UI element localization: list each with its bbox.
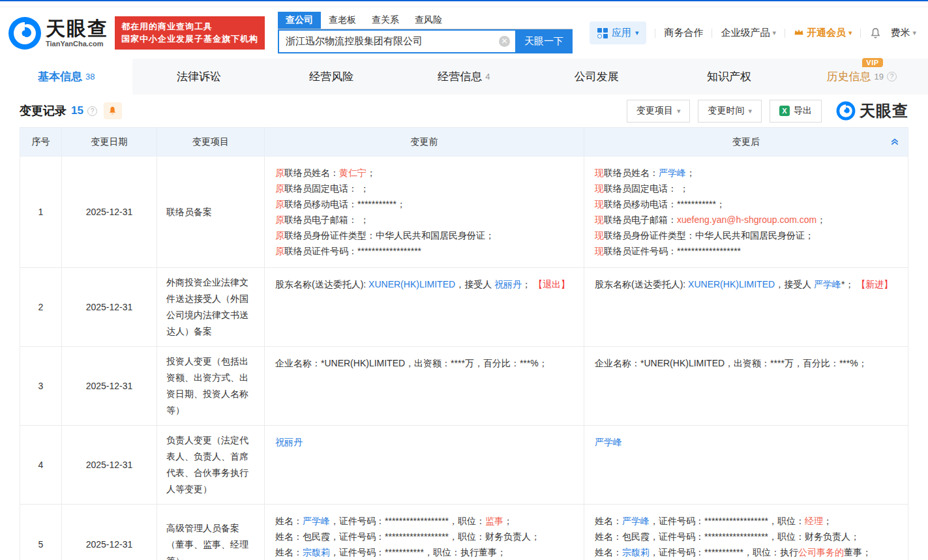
help-icon[interactable]: ? (887, 72, 897, 81)
search-tab-0[interactable]: 查公司 (278, 12, 321, 29)
filter-change-time-label: 变更时间 (708, 105, 744, 117)
chevron-down-icon: ▾ (912, 29, 916, 37)
text-segment: 联络员固定电话： (284, 183, 357, 194)
subscribe-bell-button[interactable] (104, 102, 122, 119)
text-segment: 联络员移动电话： (604, 199, 677, 209)
change-marker: 【退出】 (533, 279, 570, 289)
tab-4[interactable]: 公司发展 (530, 59, 663, 95)
collapse-icon[interactable] (890, 136, 900, 149)
tab-3[interactable]: 经营信息4 (398, 59, 530, 95)
tianyancha-logo[interactable]: 天眼查 TianYanCha.com (8, 16, 108, 50)
nav-biz-cooperation[interactable]: 商务合作 (664, 27, 703, 39)
entity-link[interactable]: 严学峰 (659, 168, 686, 178)
text-segment: 姓名： (275, 547, 303, 557)
tab-5[interactable]: 知识产权 (663, 59, 795, 95)
search-input[interactable] (278, 29, 515, 53)
tab-2[interactable]: 经营风险 (265, 59, 398, 95)
entity-link[interactable]: 祝丽丹 (494, 279, 522, 289)
header-right-nav: 应用 ▾ 商务合作 企业级产品 ▾ 开通会员 ▾ 费米 (590, 22, 916, 44)
text-segment: ***********； (357, 199, 406, 209)
change-item-cell: 联络员备案 (157, 156, 265, 268)
divider (785, 29, 785, 38)
text-segment: 股东名称(送达委托人): (595, 279, 688, 289)
text-segment: 原 (275, 246, 284, 256)
tab-label: 经营信息 (438, 70, 482, 83)
after-cell: 姓名：严学峰，证件号码：******************，职位：经理；姓名：… (584, 505, 908, 560)
entity-link[interactable]: 严学峰 (622, 516, 650, 526)
entity-link[interactable]: 严学峰 (303, 516, 330, 526)
change-date-cell: 2025-12-31 (62, 426, 157, 505)
entity-link[interactable]: 严学峰 (595, 437, 622, 447)
open-vip-button[interactable]: 开通会员 ▾ (794, 27, 852, 39)
clear-input-icon[interactable]: ✕ (499, 36, 510, 47)
serial-cell: 5 (20, 505, 62, 560)
text-segment: ，接受人 (455, 279, 494, 289)
filter-change-time-button[interactable]: 变更时间 ▾ (698, 100, 762, 123)
text-segment: ****************** (677, 246, 741, 256)
nav-enterprise-product[interactable]: 企业级产品 ▾ (721, 27, 776, 39)
text-segment: 现 (595, 168, 604, 178)
text-segment: 联络员证件号码： (284, 246, 357, 256)
search-tab-3[interactable]: 查风险 (407, 12, 450, 29)
filter-change-item-button[interactable]: 变更项目 ▾ (627, 100, 691, 123)
vip-badge: VIP (862, 58, 882, 67)
entity-link[interactable]: 宗馥莉 (622, 547, 650, 557)
text-segment: 姓名： (275, 516, 303, 526)
watermark-logo: 天眼查 (836, 100, 908, 121)
search-tab-1[interactable]: 查老板 (321, 12, 364, 29)
tab-0[interactable]: 基本信息38 (0, 59, 132, 95)
tab-1[interactable]: 法律诉讼 (132, 59, 265, 95)
help-icon[interactable]: ? (87, 106, 97, 116)
text-segment: 黄仁宁 (339, 168, 367, 178)
header-top-strip (0, 1, 928, 7)
text-segment: ，接受人 (775, 279, 814, 289)
export-button[interactable]: X 导出 (770, 100, 822, 123)
entity-link[interactable]: XUNER(HK)LIMITED (688, 279, 775, 289)
before-cell: 原联络员姓名：黄仁宁；原联络员固定电话： ；原联络员移动电话：*********… (265, 156, 584, 268)
table-row: 12025-12-31联络员备案原联络员姓名：黄仁宁；原联络员固定电话： ；原联… (20, 156, 908, 268)
serial-cell: 1 (20, 156, 62, 268)
main-tabs: 基本信息38法律诉讼经营风险经营信息4公司发展知识产权历史信息VIP19? (0, 59, 928, 95)
change-item-cell: 外商投资企业法律文件送达接受人（外国公司境内法律文书送达人）备案 (157, 268, 265, 347)
text-segment: 原 (275, 183, 284, 194)
crown-icon (794, 27, 804, 38)
watermark-text: 天眼查 (860, 100, 908, 121)
user-menu[interactable]: 费米 ▾ (890, 27, 916, 39)
text-segment: 股东名称(送达委托人): (275, 279, 368, 289)
text-segment: ； (357, 214, 369, 225)
text-segment: ***********； (677, 199, 725, 209)
text-segment: 联络员电子邮箱： (284, 214, 357, 225)
search-button[interactable]: 天眼一下 (515, 29, 573, 53)
after-cell: 股东名称(送达委托人): XUNER(HK)LIMITED，接受人 严学峰*； … (584, 268, 908, 347)
entity-link[interactable]: 祝丽丹 (275, 437, 303, 447)
brand-name: 天眼查 (46, 19, 108, 38)
tab-label: 知识产权 (707, 70, 751, 83)
entity-link[interactable]: 宗馥莉 (303, 547, 330, 557)
text-segment: 联络员身份证件类型：中华人民共和国居民身份证； (604, 230, 814, 241)
entity-link[interactable]: XUNER(HK)LIMITED (368, 279, 455, 289)
before-cell: 企业名称：*UNER(HK)LIMITED，出资额：****万，百分比：***%… (265, 347, 584, 426)
text-segment: 现 (595, 214, 604, 225)
text-segment: 原 (275, 214, 284, 225)
entity-link[interactable]: 严学峰 (814, 279, 841, 289)
text-segment: 经理 (805, 516, 823, 526)
table-row: 42025-12-31负责人变更（法定代表人、负责人、首席代表、合伙事务执行人等… (20, 426, 908, 505)
tab-count: 19 (875, 72, 884, 81)
tab-count: 4 (485, 72, 490, 81)
search-tab-2[interactable]: 查关系 (364, 12, 407, 29)
brand-domain: TianYanCha.com (46, 40, 108, 48)
serial-cell: 4 (20, 426, 62, 505)
table-row: 32025-12-31投资人变更（包括出资额、出资方式、出资日期、投资人名称等）… (20, 347, 908, 426)
apps-menu[interactable]: 应用 ▾ (590, 22, 647, 44)
text-segment: 现 (595, 246, 604, 256)
tab-6[interactable]: 历史信息VIP19? (796, 59, 928, 95)
text-segment: ； (816, 214, 826, 225)
notifications-bell-icon[interactable] (869, 27, 882, 40)
tab-label: 历史信息 (827, 70, 871, 83)
text-segment: ； (686, 168, 695, 178)
text-segment: 企业名称：*UNER(HK)LIMITED，出资额：****万，百分比：***%… (275, 358, 548, 368)
text-segment: 联络员固定电话： (604, 183, 677, 194)
text-segment: 原 (275, 199, 284, 209)
text-segment: *； (841, 279, 856, 289)
site-header: 天眼查 TianYanCha.com 都在用的商业查询工具 国家中小企业发展子基… (0, 7, 928, 59)
